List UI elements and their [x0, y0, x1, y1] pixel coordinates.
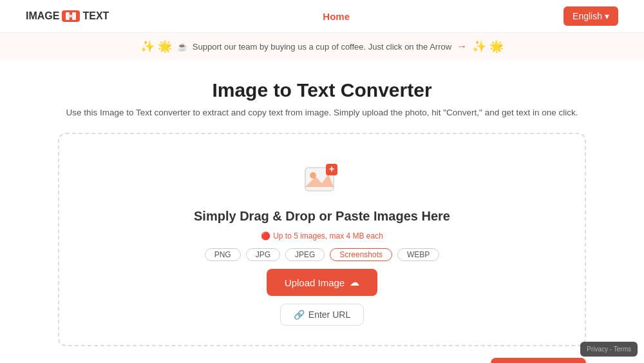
svg-rect-0 [66, 12, 70, 20]
header: IMAGE TEXT Home English ▾ [0, 0, 644, 33]
logo-icon [62, 10, 80, 22]
coffee-icon: ☕ [177, 42, 187, 52]
svg-rect-2 [70, 15, 72, 17]
language-label: English [573, 11, 602, 21]
drag-drop-label: Simply Drag & Drop or Paste Images Here [194, 209, 450, 224]
arrow-icon[interactable]: → [457, 41, 467, 52]
nav-home-link[interactable]: Home [323, 11, 350, 22]
format-badge-screenshots: Screenshots [330, 248, 392, 261]
upload-image-icon: + [301, 160, 343, 201]
format-badge-jpg: JPG [246, 248, 280, 261]
deco-left: ✨ 🌟 [140, 39, 172, 54]
svg-rect-1 [72, 12, 76, 20]
page-title: Image to Text Converter [58, 79, 586, 101]
cloud-upload-icon: ☁ [350, 277, 359, 288]
size-limit-label: 🔴 Up to 5 images, max 4 MB each [261, 231, 383, 240]
logo-text-left: IMAGE [26, 10, 59, 22]
chevron-down-icon: ▾ [605, 11, 609, 21]
url-btn-label: Enter URL [308, 309, 350, 320]
page-subtitle: Use this Image to Text converter to extr… [58, 108, 586, 117]
support-banner: ✨ 🌟 ☕ Support our team by buying us a cu… [0, 33, 644, 60]
upload-image-button[interactable]: Upload Image ☁ [267, 269, 377, 296]
logo-text-right: TEXT [82, 10, 109, 22]
upload-dropzone[interactable]: + Simply Drag & Drop or Paste Images Her… [58, 133, 586, 346]
format-badge-webp: WEBP [397, 248, 439, 261]
format-badge-png: PNG [205, 248, 241, 261]
main-content: Image to Text Converter Use this Image t… [45, 60, 599, 363]
format-badges: PNG JPG JPEG Screenshots WEBP [205, 248, 440, 261]
upload-btn-label: Upload Image [285, 277, 345, 288]
enter-url-button[interactable]: 🔗 Enter URL [280, 304, 364, 326]
convert-button[interactable]: Convert → [491, 358, 586, 363]
format-badge-jpeg: JPEG [285, 248, 325, 261]
link-icon: 🔗 [294, 309, 305, 320]
logo: IMAGE TEXT [26, 10, 109, 22]
language-button[interactable]: English ▾ [564, 6, 618, 26]
warning-icon: 🔴 [261, 231, 270, 240]
svg-text:+: + [329, 164, 334, 174]
convert-row: Convert → [58, 358, 586, 363]
privacy-badge: Privacy - Terms [580, 342, 638, 357]
banner-message: Support our team by buying us a cup of c… [193, 42, 451, 52]
main-nav: Home [323, 11, 350, 22]
deco-right: ✨ 🌟 [472, 39, 504, 54]
